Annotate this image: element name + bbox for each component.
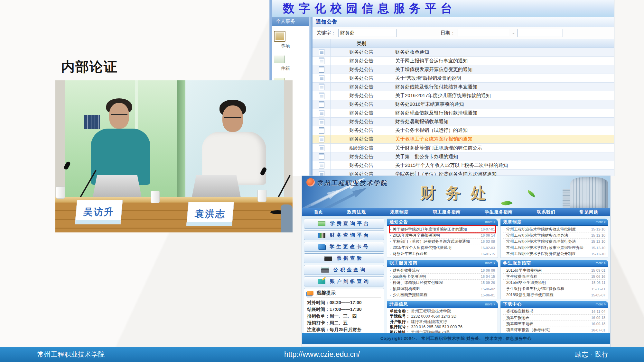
item-link[interactable]: 学生收费管理流程 [506,274,589,279]
row-title-link[interactable]: 关于“营改增”后报销发票的说明 [392,74,614,82]
table-row[interactable]: 财务处公告 关于增值税发票开票信息变更的通知 [313,65,614,74]
item-link[interactable]: 常州工程职业技术学院财务信息公开制度 [506,251,589,257]
item-link[interactable]: 关于做好学院2017年度预算编制工作的通知 [393,227,479,232]
nav-item[interactable]: 规章制度 [390,209,409,215]
item-link[interactable]: 科研、课题项目经费支付规程 [393,280,479,285]
table-row[interactable]: 财务处公告 财务处暑期报销收单通知 [313,118,614,126]
more-link[interactable]: more > [596,220,606,224]
row-title-link[interactable]: 关于财务处等部门正职助理的聘任前公示 [392,144,614,152]
table-row[interactable]: 财务处公告 财务处收单通知 [313,48,614,57]
list-item[interactable]: · 常州工程职业技术学院行政事业票据管理办法 15-12-10 [503,245,605,251]
list-item[interactable]: · 项目评审报告（参考样式） 16-07-01 [503,327,605,333]
sidebar-tab-personal-affairs[interactable]: 个人事务 [272,17,309,26]
item-link[interactable]: 学生银行卡遗失补办绑定操作流程 [506,286,590,292]
table-row[interactable]: 财务处公告 关于2016-2017年度少儿医疗统筹扣款的通知 [313,91,614,100]
date-to-input[interactable] [517,29,563,37]
list-item[interactable]: · 2015级学生收费指南 15-09-01 [503,267,605,274]
row-title-link[interactable]: 财务处收单通知 [392,48,614,56]
item-link[interactable]: 2015级新生建行卡使用流程 [506,292,589,298]
item-link[interactable]: 少儿医药费报销流程 [393,292,479,298]
nav-item[interactable]: 常见问题 [580,209,598,215]
item-link[interactable]: 常州工程职业技术学院财务收支审批制度 [506,227,589,232]
list-item[interactable]: · 委托鉴定授权书 16-11-04 [503,309,605,315]
item-link[interactable]: 常州工程职业技术学院收费管理暂行办法 [506,239,589,244]
nav-item[interactable]: 联系我们 [537,209,555,215]
keyword-input[interactable] [338,29,397,37]
more-link[interactable]: more > [596,261,606,265]
more-link[interactable]: more > [485,220,495,224]
table-row[interactable]: 财务处公告 关于“营改增”后报销发票的说明 [313,74,614,83]
list-item[interactable]: · 预算申报附表 16-09-18 [503,315,605,321]
item-link[interactable]: pos商务卡使用说明 [393,274,479,279]
row-title-link[interactable]: 财务处暑期报销收单通知 [392,118,614,126]
query-button[interactable]: 票据查验 [304,253,384,263]
row-title-link[interactable]: 关于公务卡报销（试运行）的通知 [392,126,614,135]
item-link[interactable]: 学校部门（单位）经费财务查询方式调整通知 [393,239,479,244]
query-button[interactable]: 账户到帐查询 [304,276,384,286]
tab-notices[interactable]: 通知公告 [316,19,338,25]
sidebar-item[interactable]: 事项 [273,31,309,49]
row-title-link[interactable]: 学院各部门（单位）经费财务查询方式调整通知 [392,170,614,176]
list-item[interactable]: · pos商务卡使用说明 16-04-15 [390,274,495,280]
list-item[interactable]: · 2015级新生建行卡使用流程 15-05-07 [503,292,605,298]
list-item[interactable]: · 学生收费管理流程 15-06-16 [503,274,605,280]
query-button[interactable]: 学费查询平台 [304,219,384,229]
table-row[interactable]: 财务处公告 关于第二批公务卡办理的通知 [313,152,614,161]
list-item[interactable]: · 2016年度每月个税扣税说明 16-06-14 [390,232,495,239]
table-row[interactable]: 财务处公告 财务处现金借款及银行预付款清理通知 [313,109,614,118]
list-item[interactable]: · 常州工程职业技术学院收费管理暂行办法 15-12-10 [503,239,605,245]
table-row[interactable]: 财务处公告 学院各部门（单位）经费财务查询方式调整通知 [313,170,614,176]
item-link[interactable]: 2015年度个人所得税代扣代缴说明 [393,245,479,250]
list-item[interactable]: · 常州工程职业技术学院财务收支审批制度 15-12-10 [503,226,605,232]
item-link[interactable]: 2015届毕业生退费说明 [506,280,590,285]
row-title-link[interactable]: 关于教职工子女统筹医疗报销的通知 [392,135,614,143]
row-title-link[interactable]: 财务处借款及银行预付款结算事宜通知 [392,83,614,91]
sidebar-item[interactable]: 件箱 [273,54,309,71]
more-link[interactable]: more > [485,261,495,265]
list-item[interactable]: · 学生银行卡遗失补办绑定操作流程 15-06-11 [503,286,605,292]
item-link[interactable]: 常州工程职业技术学院行政事业票据管理办法 [506,245,589,250]
row-title-link[interactable]: 财务处2016年末结算事项的通知 [392,100,614,109]
list-item[interactable]: · 常州工程职业技术学院财务信息公开制度 15-12-10 [503,251,605,257]
row-title-link[interactable]: 关于第二批公务卡办理的通知 [392,152,614,161]
row-title-link[interactable]: 关于2016-2017年度少儿医疗统筹扣款的通知 [392,91,614,100]
more-link[interactable]: more > [485,303,495,306]
table-row[interactable]: 财务处公告 财务处2016年末结算事项的通知 [313,100,614,109]
table-row[interactable]: 财务处公告 关于2015年个人年收入12万以上税务二次申报的通知 [313,161,614,170]
row-title-link[interactable]: 关于增值税发票开票信息变更的通知 [392,65,614,74]
list-item[interactable]: · 预算调整申请表 16-09-18 [503,321,605,327]
nav-item[interactable]: 首页 [314,209,323,215]
table-row[interactable]: 财务处公告 关于公务卡报销（试运行）的通知 [313,126,614,135]
more-link[interactable]: more > [596,303,606,306]
row-title-link[interactable]: 关于网上报销平台运行事宜的通知 [392,57,614,65]
query-button[interactable]: 财务查询平台 [304,230,384,240]
item-link[interactable]: 预算申报附表 [506,315,589,321]
nav-item[interactable]: 职工服务指南 [433,209,461,215]
item-link[interactable]: 预算编制构成图 [393,286,479,292]
table-row[interactable]: 组织部公告 关于财务处等部门正职助理的聘任前公示 [313,144,614,152]
nav-item[interactable]: 学生服务指南 [485,209,513,215]
query-button[interactable]: 学生更改卡号 [304,242,384,252]
list-item[interactable]: · 2015年度个人所得税代扣代缴说明 16-02-03 [390,245,495,251]
nav-item[interactable]: 政策法规 [347,209,366,215]
item-link[interactable]: 财务处年末工作通知 [393,251,479,257]
item-link[interactable]: 2016年度每月个税扣税说明 [393,233,479,238]
table-row[interactable]: 财务处公告 关于网上报销平台运行事宜的通知 [313,57,614,65]
list-item[interactable]: · 科研、课题项目经费支付规程 15-09-26 [390,280,495,286]
list-item[interactable]: · 财务处收费流程 16-06-06 [390,267,495,274]
row-title-link[interactable]: 财务处现金借款及银行预付款清理通知 [392,109,614,117]
item-link[interactable]: 财务处收费流程 [393,268,479,273]
item-link[interactable]: 2015级学生收费指南 [506,268,589,273]
list-item[interactable]: · 学校部门（单位）经费财务查询方式调整通知 16-03-08 [390,239,495,245]
list-item[interactable]: · 常州工程职业技术学院财务管理办法 15-12-10 [503,232,605,239]
date-from-input[interactable] [458,29,509,37]
item-link[interactable]: 常州工程职业技术学院财务管理办法 [506,233,589,238]
item-link[interactable]: 预算调整申请表 [506,321,589,327]
list-item[interactable]: · 关于做好学院2017年度预算编制工作的通知 16-07-01 [390,226,495,232]
query-button[interactable]: 公积金查询 [304,265,384,275]
list-item[interactable]: · 财务处年末工作通知 16-01-15 [390,251,495,257]
table-row[interactable]: 财务处公告 财务处借款及银行预付款结算事宜通知 [313,83,614,91]
item-link[interactable]: 委托鉴定授权书 [506,309,590,314]
table-row[interactable]: 财务处公告 关于教职工子女统筹医疗报销的通知 [313,135,614,144]
row-title-link[interactable]: 关于2015年个人年收入12万以上税务二次申报的通知 [392,161,614,169]
